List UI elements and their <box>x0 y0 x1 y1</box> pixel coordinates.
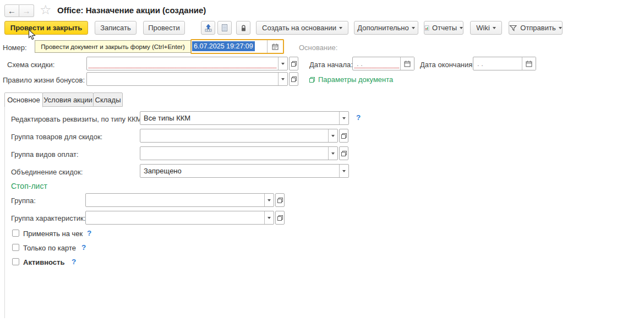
chevron-down-icon <box>460 27 463 31</box>
write-button[interactable]: Записать <box>95 21 137 35</box>
stoplist-section-header: Стоп-лист <box>11 182 47 190</box>
forward-arrow-icon: → <box>23 6 31 15</box>
open-form-icon <box>291 61 297 67</box>
tab-main-label: Основное <box>7 96 40 104</box>
discount-scheme-field[interactable] <box>86 57 288 70</box>
chevron-down-icon <box>281 78 285 82</box>
calendar-icon <box>272 43 279 50</box>
lock-icon <box>240 24 247 32</box>
tab-warehouses-label: Склады <box>95 96 121 104</box>
tab-warehouses[interactable]: Склады <box>93 92 123 107</box>
basis-label: Основание: <box>299 43 337 52</box>
post-button[interactable]: Провести <box>143 21 185 35</box>
wiki-button[interactable]: Wiki <box>470 21 502 35</box>
document-params-label: Параметры документа <box>318 75 393 84</box>
date-start-field[interactable]: . . <box>352 57 414 70</box>
kkm-combobox[interactable]: Все типы ККМ <box>140 111 349 125</box>
date-end-field[interactable]: . . <box>473 57 536 70</box>
post-and-close-label: Провести и закрыть <box>10 24 82 32</box>
reports-label: Отчеты <box>432 24 457 32</box>
date-start-placeholder: . . <box>357 59 363 68</box>
stoplist-group-open-button[interactable] <box>275 193 285 207</box>
activity-checkbox[interactable] <box>12 258 19 265</box>
forward-button[interactable]: → <box>19 4 34 17</box>
discount-scheme-open-button[interactable] <box>289 57 298 70</box>
chevron-down-icon <box>342 117 346 121</box>
chevron-down-icon <box>268 217 271 221</box>
goods-group-label: Группа товаров для скидок: <box>11 133 102 141</box>
activity-help-icon[interactable]: ? <box>72 258 76 266</box>
dropdown-button[interactable] <box>328 129 337 142</box>
dropdown-button[interactable] <box>278 57 287 70</box>
chevron-down-icon <box>493 27 496 31</box>
write-label: Записать <box>100 24 131 32</box>
dropdown-button[interactable] <box>339 112 348 124</box>
wiki-label: Wiki <box>476 24 490 32</box>
send-icon <box>509 24 517 31</box>
bonus-rule-field[interactable] <box>86 72 288 86</box>
discount-scheme-label: Схема скидки: <box>7 61 54 69</box>
merge-discounts-value: Запрещено <box>144 167 182 175</box>
document-date-field[interactable]: 6.07.2025 19:27:09 <box>190 39 284 54</box>
date-end-picker-button[interactable] <box>522 57 536 70</box>
kkm-help-icon[interactable]: ? <box>356 113 361 122</box>
create-based-on-button[interactable]: Создать на основании <box>256 21 348 35</box>
chevron-down-icon <box>268 199 271 203</box>
create-based-on-label: Создать на основании <box>262 24 336 32</box>
number-label: Номер: <box>3 43 27 52</box>
lock-button[interactable] <box>236 21 250 35</box>
goods-group-field[interactable] <box>140 129 338 143</box>
more-actions-button[interactable]: Дополнительно <box>354 21 418 35</box>
tab-main[interactable]: Основное <box>4 92 43 107</box>
stoplist-group-label: Группа: <box>11 197 36 205</box>
date-start-label: Дата начала: <box>309 61 353 69</box>
post-time-icon <box>204 24 212 32</box>
send-label: Отправить <box>520 24 555 32</box>
card-only-checkbox[interactable] <box>12 244 19 251</box>
apply-to-receipt-checkbox[interactable] <box>12 230 19 237</box>
dropdown-button[interactable] <box>328 147 337 160</box>
tab-panel-border <box>4 107 5 318</box>
open-form-icon <box>277 198 283 203</box>
post-close-tooltip: Провести документ и закрыть форму (Ctrl+… <box>35 40 191 53</box>
payment-group-label: Группа видов оплат: <box>11 150 79 159</box>
payment-group-open-button[interactable] <box>339 146 348 160</box>
card-only-help-icon[interactable]: ? <box>81 243 86 252</box>
stoplist-char-group-field[interactable] <box>85 211 274 225</box>
chevron-down-icon <box>559 27 562 31</box>
kkm-label: Редактировать реквизиты, по типу ККМ: <box>11 115 144 123</box>
open-form-icon <box>277 215 283 221</box>
document-params-link[interactable]: Параметры документа <box>309 75 393 84</box>
calendar-icon <box>404 61 411 67</box>
stoplist-char-group-open-button[interactable] <box>275 211 285 225</box>
dropdown-button[interactable] <box>339 165 348 177</box>
stoplist-char-group-label: Группа характеристик: <box>11 214 85 222</box>
open-form-icon <box>291 77 297 82</box>
merge-discounts-combobox[interactable]: Запрещено <box>140 164 349 178</box>
register-records-button[interactable] <box>217 21 232 35</box>
bonus-rule-open-button[interactable] <box>289 72 298 86</box>
favorite-star-icon[interactable]: ☆ <box>40 2 52 18</box>
back-button[interactable]: ← <box>4 4 19 17</box>
payment-group-field[interactable] <box>140 146 338 160</box>
post-time-button[interactable] <box>201 21 215 35</box>
kkm-value: Все типы ККМ <box>144 114 190 122</box>
date-end-placeholder: . . <box>477 59 483 68</box>
tab-conditions[interactable]: Условия акции <box>42 92 94 107</box>
reports-button[interactable]: Отчеты <box>424 21 463 35</box>
date-start-picker-button[interactable] <box>400 57 414 70</box>
open-form-icon <box>309 77 315 83</box>
stoplist-group-field[interactable] <box>85 193 274 207</box>
chevron-down-icon <box>331 135 335 139</box>
chevron-down-icon <box>281 63 285 67</box>
dropdown-button[interactable] <box>264 194 274 206</box>
apply-to-receipt-help-icon[interactable]: ? <box>87 229 91 237</box>
send-button[interactable]: Отправить <box>509 21 563 35</box>
goods-group-open-button[interactable] <box>339 129 348 143</box>
date-picker-button[interactable] <box>267 40 283 53</box>
history-nav: ← → <box>4 4 34 17</box>
dropdown-button[interactable] <box>264 211 274 224</box>
tooltip-text: Провести документ и закрыть форму (Ctrl+… <box>41 43 185 50</box>
dropdown-button[interactable] <box>278 73 287 85</box>
post-and-close-button[interactable]: Провести и закрыть <box>4 21 88 35</box>
